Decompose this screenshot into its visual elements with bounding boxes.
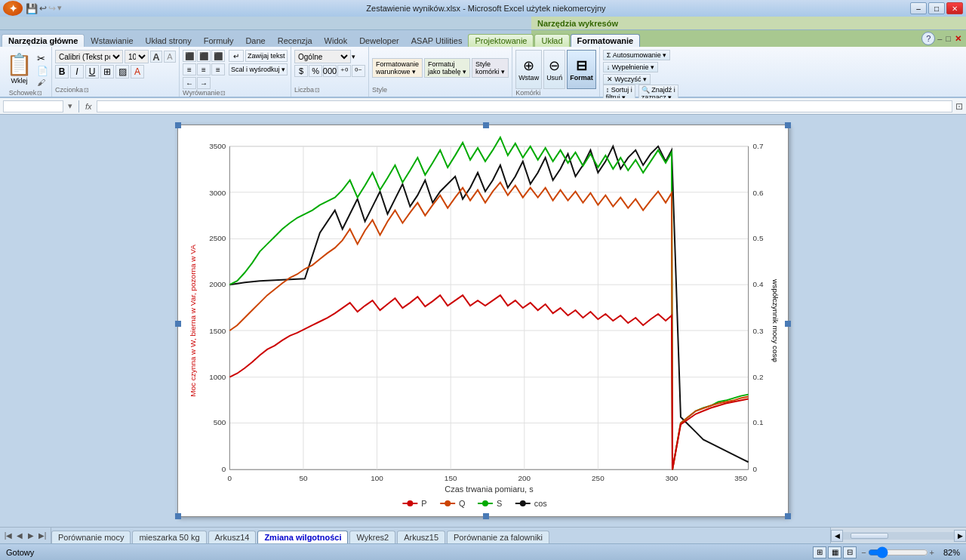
zoom-out-button[interactable]: − — [861, 548, 866, 557]
handle-tr[interactable] — [785, 122, 791, 128]
formula-input[interactable] — [97, 100, 952, 112]
wrap-text-button[interactable]: ↵ — [229, 50, 244, 62]
number-format-select[interactable]: Ogólne — [294, 50, 351, 63]
tab-developer[interactable]: Deweloper — [353, 35, 405, 47]
close-button[interactable]: ✕ — [946, 2, 963, 14]
office-button[interactable]: ✦ — [3, 1, 23, 16]
decimal-decrease-button[interactable]: ⁰⁻ — [352, 65, 365, 77]
tab-arkusz14[interactable]: Arkusz14 — [208, 531, 257, 543]
handle-ml[interactable] — [175, 321, 181, 327]
tab-projektowanie[interactable]: Projektowanie — [468, 34, 534, 47]
handle-tl[interactable] — [175, 122, 181, 128]
fill-button[interactable]: ↓ Wypełnienie ▾ — [603, 62, 658, 72]
zoom-in-button[interactable]: + — [930, 548, 934, 557]
tab-formulas[interactable]: Formuły — [198, 35, 240, 47]
zoom-slider[interactable] — [868, 549, 928, 556]
hscroll-thumb[interactable] — [851, 533, 888, 539]
name-box-dropdown[interactable]: ▾ — [66, 101, 74, 111]
tab-uklad[interactable]: Układ — [534, 34, 569, 47]
indent-decrease-button[interactable]: ← — [183, 77, 196, 89]
font-size-select[interactable]: 10 — [125, 50, 149, 63]
wyrownanie-dialog-button[interactable]: ⊡ — [220, 90, 226, 97]
insert-function-button[interactable]: fx — [84, 102, 94, 111]
cell-reference-input[interactable] — [3, 100, 63, 112]
conditional-format-button[interactable]: Formatowaniewarunkowe ▾ — [372, 58, 423, 78]
tab-porownanie-falowniki[interactable]: Porównanie za falowniki — [447, 531, 549, 543]
merge-center-button[interactable]: Scal i wyśrodkuj ▾ — [229, 63, 288, 75]
align-top-right-button[interactable]: ⬛ — [211, 50, 225, 62]
align-center-button[interactable]: ≡ — [197, 63, 211, 75]
thousands-button[interactable]: 000 — [323, 65, 337, 77]
tab-porownanie-mocy[interactable]: Porównanie mocy — [51, 531, 131, 543]
clear-button[interactable]: ✕ Wyczyść ▾ — [603, 74, 651, 85]
tab-insert[interactable]: Wstawianie — [85, 35, 139, 47]
cell-styles-button[interactable]: Stylekomórki ▾ — [472, 58, 509, 78]
maximize-button[interactable]: □ — [928, 2, 945, 14]
insert-cells-button[interactable]: ⊕ Wstaw — [515, 50, 542, 89]
font-color-button[interactable]: A — [131, 65, 144, 78]
hscroll-right-button[interactable]: ▶ — [954, 530, 966, 542]
tab-data[interactable]: Dane — [239, 35, 271, 47]
ribbon-restore-button[interactable]: □ — [944, 34, 952, 43]
tab-mieszarka[interactable]: mieszarka 50 kg — [132, 531, 206, 543]
handle-bm[interactable] — [483, 513, 489, 519]
align-left-button[interactable]: ≡ — [183, 63, 196, 75]
percent-button[interactable]: % — [309, 65, 322, 77]
tab-zmiana-wilgotnosci[interactable]: Zmiana wilgotności — [257, 531, 348, 543]
cut-button[interactable]: ✂ — [37, 53, 48, 64]
tab-view[interactable]: Widok — [318, 35, 354, 47]
handle-tm[interactable] — [483, 122, 489, 128]
paste-button[interactable]: 📋 Wklej — [3, 50, 35, 89]
delete-cells-button[interactable]: ⊖ Usuń — [543, 50, 565, 89]
tab-home[interactable]: Narzędzia główne — [2, 34, 85, 47]
minimize-button[interactable]: – — [910, 2, 927, 14]
tab-formatowanie[interactable]: Formatowanie — [571, 34, 641, 47]
number-format-more-button[interactable]: ▾ — [352, 53, 355, 60]
handle-mr[interactable] — [785, 321, 791, 327]
align-top-center-button[interactable]: ⬛ — [197, 50, 211, 62]
fill-color-button[interactable]: ▨ — [115, 65, 129, 78]
tab-wykres2[interactable]: Wykres2 — [349, 531, 395, 543]
liczba-dialog-button[interactable]: ⊡ — [315, 87, 320, 94]
tab-asap[interactable]: ASAP Utilities — [405, 35, 469, 47]
handle-br[interactable] — [785, 513, 791, 519]
format-table-button[interactable]: Formatujjako tabelę ▾ — [424, 58, 470, 78]
decimal-increase-button[interactable]: ⁺⁰ — [337, 65, 351, 77]
underline-button[interactable]: U — [85, 65, 99, 78]
handle-bl[interactable] — [175, 513, 181, 519]
align-right-button[interactable]: ≡ — [211, 63, 225, 75]
format-button[interactable]: ⊟ Format — [567, 50, 596, 89]
help-button[interactable]: ? — [921, 32, 935, 45]
redo-qa-button[interactable]: ↪ — [48, 3, 56, 14]
formula-expand-button[interactable]: ⊡ — [955, 101, 963, 112]
formatpainter-button[interactable]: 🖌 — [37, 78, 48, 87]
ribbon-min-button[interactable]: – — [936, 34, 943, 43]
italic-button[interactable]: I — [70, 65, 84, 78]
currency-button[interactable]: $ — [294, 65, 308, 77]
chart-container[interactable]: Moc czynna w W, bierna w Var, pozorna w … — [177, 125, 789, 517]
tab-arkusz15[interactable]: Arkusz15 — [397, 531, 445, 543]
pagebreak-view-button[interactable]: ⊟ — [843, 546, 857, 558]
font-grow-button[interactable]: A — [150, 51, 162, 63]
schowek-dialog-button[interactable]: ⊡ — [37, 90, 42, 97]
tab-layout[interactable]: Układ strony — [140, 35, 198, 47]
undo-qa-button[interactable]: ↩ — [39, 3, 47, 14]
czcionka-dialog-button[interactable]: ⊡ — [84, 87, 89, 94]
font-shrink-button[interactable]: A — [164, 51, 176, 63]
tab-first-button[interactable]: |◀ — [3, 531, 14, 541]
wrap-text-label-button[interactable]: Zawijaj tekst — [245, 50, 288, 62]
layout-view-button[interactable]: ▦ — [828, 546, 841, 558]
indent-increase-button[interactable]: → — [197, 77, 211, 89]
save-qa-button[interactable]: 💾 — [26, 3, 38, 14]
tab-next-button[interactable]: ▶ — [26, 531, 36, 541]
tab-prev-button[interactable]: ◀ — [14, 531, 25, 541]
tab-review[interactable]: Recenzja — [272, 35, 318, 47]
copy-button[interactable]: 📄 — [37, 66, 48, 76]
border-button[interactable]: ⊞ — [100, 65, 114, 78]
autosum-button[interactable]: Σ Autosumowanie ▾ — [603, 50, 671, 60]
tab-last-button[interactable]: ▶| — [37, 531, 48, 541]
ribbon-close-button[interactable]: ✕ — [953, 34, 963, 44]
bold-button[interactable]: B — [55, 65, 69, 78]
normal-view-button[interactable]: ⊞ — [813, 546, 826, 558]
hscroll-track[interactable] — [843, 532, 954, 540]
